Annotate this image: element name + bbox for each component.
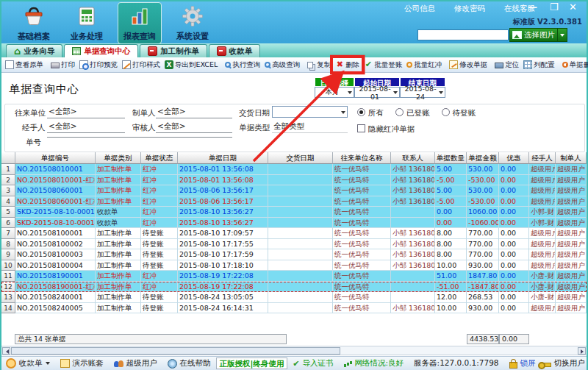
table-row[interactable]: 13NO.201508240001加工制作单待登账2015-08-24 13:0… xyxy=(1,292,587,303)
cell-maker: 超级用户 xyxy=(556,228,587,239)
client-field[interactable]: <全部> xyxy=(47,107,125,118)
cell-contact: 小邹 13618020 xyxy=(391,239,435,250)
close-tab-icon[interactable] xyxy=(217,46,226,56)
cell-type: 加工制作单 xyxy=(96,185,141,196)
table-row[interactable]: 12NO.201508190001-红冲加工制作单红冲2015-08-19 17… xyxy=(1,282,587,293)
statusbar-item-服务器:127.0.0.1:7798[interactable]: 服务器:127.0.0.1:7798 xyxy=(414,358,498,369)
nav-item-报表查询[interactable]: 报表查询 xyxy=(118,2,162,44)
statusbar-item-在线帮助[interactable]: 在线帮助 xyxy=(168,358,211,369)
table-row[interactable]: 11NO.201508190001加工制作单红冲2015-08-19 17:22… xyxy=(1,271,587,282)
column-header-经手人[interactable]: 经手人 xyxy=(529,152,556,164)
select-image-button[interactable]: 选择图片 xyxy=(509,28,567,42)
toolbar-button-列配置[interactable]: 列配置 xyxy=(521,58,557,71)
close-tab-icon[interactable] xyxy=(148,46,157,56)
minimize-button[interactable]: — xyxy=(528,1,537,13)
tab-单据查询中心[interactable]: 单据查询中心 xyxy=(64,44,138,57)
tab-业务向导[interactable]: ⌂业务向导 xyxy=(6,44,62,57)
table-row[interactable]: 9NO.201508100003加工制作单待登账2015-08-10 17:17… xyxy=(1,249,587,260)
table-row[interactable]: 2NO.201508010001-红冲加工制作单红冲2015-08-01 13:… xyxy=(1,175,587,186)
statusbar-item-导入证书[interactable]: 导入证书 xyxy=(293,358,333,369)
toolbar-button-批量登账[interactable]: 批量登账 xyxy=(362,58,404,71)
statusbar-item-收款单[interactable]: 收款单 xyxy=(6,358,50,369)
doc-no-field[interactable] xyxy=(47,136,232,138)
titlebar-link-修改密码[interactable]: 修改密码 xyxy=(454,4,485,14)
cell-handler: 超级用户 xyxy=(529,228,556,239)
period-select[interactable]: 本月 xyxy=(315,87,354,98)
column-header-单据类别[interactable]: 单据类别 xyxy=(96,152,141,164)
end-date-select[interactable]: 2015-08-24 xyxy=(400,87,445,98)
column-header-单据数量[interactable]: 单据数量 xyxy=(435,152,467,164)
table-row[interactable]: 7NO.201508100001加工制作单待登账2015-08-10 17:09… xyxy=(1,228,587,239)
toolbar-button-打印样式[interactable]: 打印样式 xyxy=(120,58,162,71)
tab-收款单[interactable]: 收款单 xyxy=(209,44,261,57)
statusbar-item-网络情况:良好[interactable]: 网络情况:良好 xyxy=(344,358,404,369)
handler-field[interactable]: <全部> xyxy=(47,121,125,133)
toolbar-button-单据删除日志[interactable]: 单据删除日志 xyxy=(560,58,588,71)
cell-client: 统一优马特 xyxy=(333,175,391,186)
table-row[interactable]: 14NO.201508240005加工制作单待登账2015-08-24 16:1… xyxy=(1,303,587,314)
scroll-thumb[interactable] xyxy=(11,347,340,355)
start-date-select[interactable]: 2015-08-01 xyxy=(354,87,400,98)
maker-field[interactable]: <全部> xyxy=(156,107,232,118)
statusbar-item-切换用户[interactable]: 切换用户 xyxy=(541,358,585,369)
toolbar-button-批量红冲[interactable]: 批量红冲 xyxy=(404,58,444,71)
column-header-单据状态[interactable]: 单据状态 xyxy=(141,152,178,164)
tab-加工制作单[interactable]: 加工制作单 xyxy=(140,44,207,57)
toolbar-button-打印[interactable]: 打印 xyxy=(49,58,77,71)
toolbar-button-执行查询[interactable]: 执行查询 xyxy=(223,58,262,71)
column-header-交货日期[interactable]: 交货日期 xyxy=(268,152,333,164)
table-row[interactable]: 6SKD-2015-08-10-0001-红冲收款单红冲2015-08-10 1… xyxy=(1,218,587,229)
toolbar-button-高级查询[interactable]: 高级查询 xyxy=(262,58,302,71)
toolbar-button-复制[interactable]: 复制 xyxy=(305,58,333,71)
column-header-单据编号[interactable]: 单据编号 xyxy=(15,152,96,164)
column-header-单据金额[interactable]: 单据金额 xyxy=(467,152,499,164)
statusbar-item-锁屏[interactable]: 锁屏 xyxy=(509,358,536,369)
table-row[interactable]: 4NO.201508060001-红冲加工制作单红冲2015-08-06 13:… xyxy=(1,196,587,207)
cell-discount: 0.00 xyxy=(499,218,529,229)
column-header-往来单位名称[interactable]: 往来单位名称 xyxy=(333,152,391,164)
row-number-header[interactable] xyxy=(1,152,15,164)
table-row[interactable]: 1NO.201508010001加工制作单红冲2015-08-01 13:56:… xyxy=(1,164,587,175)
cell-no: 4 xyxy=(1,196,15,207)
close-button[interactable]: ✕ xyxy=(569,1,577,13)
nav-item-系统设置[interactable]: 系统设置 xyxy=(171,2,215,44)
cell-handler: 超级用户 xyxy=(529,175,556,186)
status-radio-待登账[interactable]: 待登账 xyxy=(442,108,476,118)
summary-count: 总共 14 张单据 xyxy=(15,334,287,344)
toolbar-button-导出到EXCEL[interactable]: 导出到EXCEL xyxy=(162,58,220,71)
cell-client: 统一优马特 xyxy=(333,228,391,239)
status-radio-所有[interactable]: 所有 xyxy=(357,108,384,118)
toolbar-button-修改单据[interactable]: 修改单据 xyxy=(447,58,490,71)
toolbar-button-删除[interactable]: 删除 xyxy=(333,58,362,71)
titlebar-input[interactable] xyxy=(417,29,509,40)
doc-type-field[interactable]: 全部类型 xyxy=(272,121,348,133)
column-header-制单人[interactable]: 制单人 xyxy=(556,152,587,164)
column-header-联系人[interactable]: 联系人 xyxy=(391,152,435,164)
horizontal-scrollbar[interactable] xyxy=(1,346,587,355)
statusbar-label: 服务器:127.0.0.1:7798 xyxy=(414,358,498,369)
cell-contact xyxy=(391,271,435,282)
titlebar-link-公司信息[interactable]: 公司信息 xyxy=(404,4,435,14)
auditor-field[interactable]: <全部> xyxy=(156,121,232,133)
column-header-优惠[interactable]: 优惠 xyxy=(499,152,529,164)
table-row[interactable]: 10NO.201508100004加工制作单待登账2015-08-10 17:1… xyxy=(1,260,587,271)
table-row[interactable]: 5SKD-2015-08-10-0001收款单红冲2015-08-10 13:5… xyxy=(1,207,587,218)
maximize-button[interactable]: ❒ xyxy=(550,1,559,13)
statusbar-item-超级用户[interactable]: 超级用户 xyxy=(114,358,157,369)
status-radio-已登账[interactable]: 已登账 xyxy=(395,108,430,118)
scroll-right-arrow[interactable] xyxy=(578,347,586,355)
delivery-field[interactable] xyxy=(272,106,348,118)
select-image-dropdown[interactable] xyxy=(557,29,564,41)
toolbar-button-定位[interactable]: 定位 xyxy=(492,58,521,71)
scroll-left-arrow[interactable] xyxy=(2,347,10,355)
hide-red-checkbox[interactable]: 隐藏红冲单据 xyxy=(357,124,415,135)
column-header-单据日期[interactable]: 单据日期 xyxy=(178,152,268,164)
table-row[interactable]: 8NO.201508100002加工制作单待登账2015-08-10 17:17… xyxy=(1,239,587,250)
nav-item-基础档案[interactable]: 基础档案 xyxy=(12,2,56,44)
statusbar-item-演示账套[interactable]: 演示账套 xyxy=(60,358,104,369)
toolbar-button-查看原单[interactable]: 查看原单 xyxy=(3,58,46,71)
toolbar-button-打印预览[interactable]: 打印预览 xyxy=(77,58,120,71)
nav-item-业务处理[interactable]: 业务处理 xyxy=(65,2,109,44)
cell-no: 7 xyxy=(1,228,15,239)
table-row[interactable]: 3NO.201508060001加工制作单红冲2015-08-06 13:56:… xyxy=(1,185,587,196)
